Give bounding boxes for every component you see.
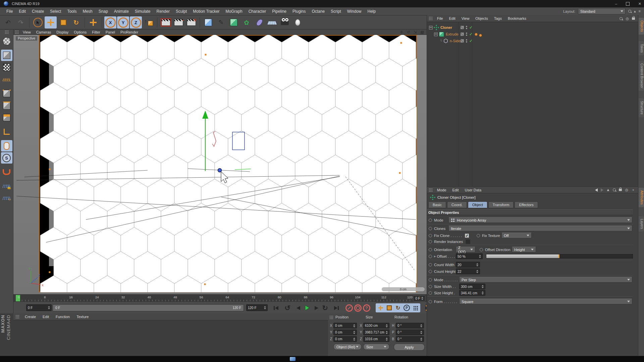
material-menu-item[interactable]: Function (52, 314, 73, 319)
taskbar-icon[interactable] (290, 357, 296, 361)
anim-toggle-icon[interactable] (429, 263, 432, 266)
anim-toggle-icon[interactable] (429, 278, 432, 282)
panel-menu-icon[interactable]: ≡ (639, 9, 641, 13)
anim-toggle-icon[interactable] (429, 240, 432, 243)
texture-mode-button[interactable] (1, 62, 12, 73)
add-light-button[interactable] (291, 16, 304, 28)
size-y-field[interactable]: 3983.717 cm (363, 329, 389, 335)
enabled-check-icon[interactable]: ✓ (469, 25, 473, 30)
material-menu-handle[interactable] (15, 315, 19, 319)
pan-view-icon[interactable]: ✛ (400, 30, 403, 35)
points-mode-button[interactable] (1, 88, 12, 99)
viewport-tool-button[interactable] (1, 140, 12, 152)
menubar-item[interactable]: Octane (309, 8, 328, 15)
menubar-item[interactable]: Motion Tracker (190, 8, 222, 15)
make-editable-button[interactable] (1, 36, 12, 47)
panel-arrow-icon[interactable]: ▴ (634, 9, 636, 13)
next-frame-button[interactable] (312, 304, 321, 312)
size-height-field[interactable]: 346.41 cm (459, 290, 485, 296)
lock-workplane-button[interactable]: 🔒 (1, 180, 12, 192)
attribute-menu-item[interactable]: Mode (434, 188, 449, 192)
object-tree[interactable]: Cloner Extrude └ n-Side ✓ ✓ ✓ (427, 22, 638, 186)
search-icon[interactable] (628, 10, 631, 13)
attribute-menu-item[interactable]: User Data (462, 188, 485, 192)
render-to-picture-viewer-button[interactable]: ▪ (172, 16, 184, 28)
menubar-item[interactable]: Pipeline (269, 8, 289, 15)
enabled-check-icon[interactable]: ✓ (469, 32, 473, 37)
attribute-manager-handle[interactable] (429, 188, 433, 192)
count-width-field[interactable]: 20 (456, 262, 480, 267)
am-focus-icon[interactable]: ◎ (625, 188, 628, 192)
mode-dropdown[interactable]: Honeycomb Array (448, 217, 632, 223)
object-manager-menu-item[interactable]: Tags (491, 16, 505, 21)
menubar-item[interactable]: Edit (16, 8, 29, 15)
anim-toggle-icon[interactable] (480, 248, 483, 251)
layer-toggle[interactable] (461, 39, 464, 43)
attribute-tab[interactable]: Basic (428, 201, 446, 208)
play-button[interactable] (303, 304, 312, 312)
viewport-menu-item[interactable]: Display (54, 30, 71, 35)
previous-key-button[interactable]: ↺ (282, 304, 292, 312)
redo-button[interactable]: ↷ (15, 16, 27, 28)
clones-dropdown[interactable]: Iterate (448, 226, 632, 231)
zoom-view-icon[interactable]: ⇲ (414, 30, 417, 35)
add-environment-button[interactable] (266, 16, 278, 28)
enabled-check-icon[interactable]: ✓ (469, 39, 473, 43)
menubar-item[interactable]: Mesh (79, 8, 95, 15)
key-pla-button[interactable] (412, 304, 419, 312)
scale-tool[interactable] (57, 16, 69, 28)
toggle-view-icon[interactable]: ▦ (420, 30, 424, 35)
menubar-item[interactable]: Tools (64, 8, 79, 15)
minimize-button[interactable]: – (615, 2, 617, 6)
rotate-tool[interactable]: ↻ (70, 16, 82, 28)
object-name[interactable]: n-Side (450, 39, 461, 43)
menubar-item[interactable]: Plugins (289, 8, 309, 15)
menubar-item[interactable]: Sculpt (173, 8, 190, 15)
goto-end-button[interactable] (331, 304, 341, 312)
size-width-field[interactable]: 300 cm (459, 284, 485, 289)
render-settings-button[interactable]: ⚙ (185, 16, 197, 28)
viewport-menu-item[interactable]: Cameras (34, 30, 54, 35)
visibility-dots[interactable] (466, 39, 467, 43)
coords-mode-dropdown[interactable]: Object (Rel) (333, 344, 362, 350)
object-manager-menu-item[interactable]: File (434, 16, 446, 21)
last-tool-button[interactable] (87, 16, 99, 28)
menubar-item[interactable]: Create (29, 8, 47, 15)
anim-toggle-icon[interactable] (477, 234, 480, 237)
spinner-icon[interactable] (48, 306, 50, 309)
fix-texture-dropdown[interactable]: Off (501, 233, 532, 238)
planar-workplane-button[interactable]: ↻ (1, 192, 12, 204)
goto-start-button[interactable] (271, 304, 281, 312)
position-y-field[interactable]: 0 cm (333, 329, 357, 335)
material-menu-item[interactable]: Texture (73, 314, 92, 319)
attribute-tab[interactable]: Object (468, 201, 487, 208)
key-scale-button[interactable] (385, 304, 393, 312)
render-view-button[interactable] (160, 16, 172, 28)
anim-toggle-icon[interactable] (429, 219, 432, 222)
rotation-h-field[interactable]: 0 ° (396, 323, 424, 328)
timeline-ruler[interactable]: 081624324048566472808896104112120 0 F (13, 294, 427, 302)
offset-slider[interactable] (486, 254, 633, 258)
viewport-camera-label[interactable]: Perspective (16, 36, 37, 41)
menubar-item[interactable]: Select (47, 8, 64, 15)
move-tool[interactable] (45, 16, 57, 28)
attribute-tab[interactable]: Effectors (515, 201, 538, 208)
om-lock-icon[interactable] (632, 17, 635, 20)
material-menu-item[interactable]: Edit (39, 314, 52, 319)
history-back-icon[interactable] (595, 188, 598, 192)
key-parameter-button[interactable]: P (403, 304, 411, 312)
object-row-cloner[interactable]: Cloner (429, 24, 452, 31)
side-tab-objects[interactable]: Objects (639, 18, 644, 35)
polygons-mode-button[interactable] (1, 112, 12, 123)
viewport-canvas[interactable]: YXZ Perspective 0 cm (13, 35, 427, 294)
coordinates-handle[interactable] (329, 315, 333, 319)
size-x-field[interactable]: 6100 cm (363, 323, 389, 328)
history-forward-icon[interactable] (601, 188, 603, 192)
anim-toggle-icon[interactable] (429, 255, 432, 258)
count-height-field[interactable]: 22 (456, 268, 480, 274)
viewport-menu-item[interactable]: Options (71, 30, 89, 35)
close-button[interactable]: ✕ (638, 2, 641, 6)
menubar-item[interactable]: File (3, 8, 16, 15)
layout-dropdown[interactable]: Standard (578, 8, 626, 14)
visibility-dots[interactable] (466, 33, 467, 36)
